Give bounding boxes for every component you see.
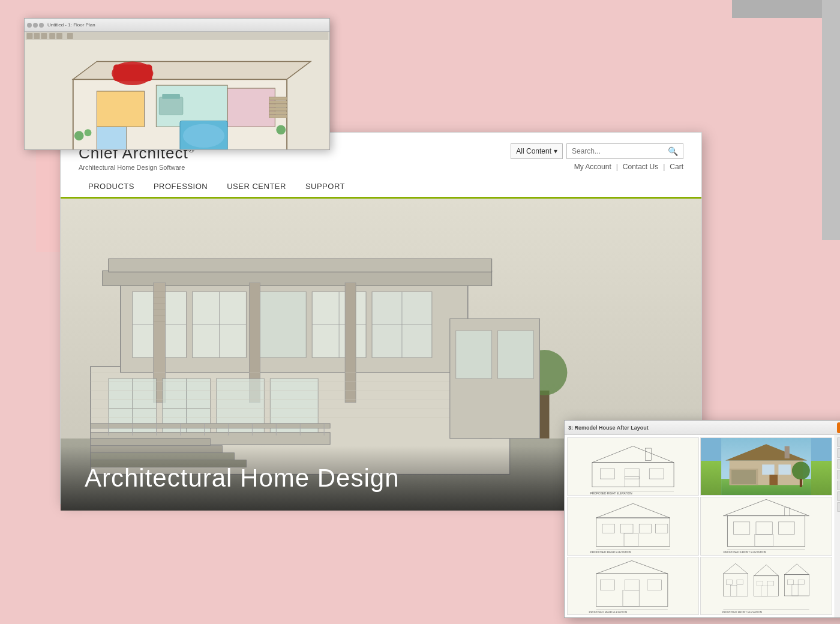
svg-rect-94 [456, 331, 492, 379]
header-right: All Content ▾ 🔍 My Account | Contact Us … [511, 143, 683, 171]
blueprint-cell-5: PROPOSED FRONT ELEVATION [700, 557, 832, 615]
bg-right-rect [822, 0, 840, 240]
blueprint-cell-4: PROPOSED REAR ELEVATION [567, 557, 699, 615]
search-row: All Content ▾ 🔍 [511, 143, 683, 159]
svg-rect-20 [269, 104, 287, 107]
toolbar-dot-1 [27, 23, 32, 28]
svg-rect-16 [159, 97, 183, 115]
dropdown-arrow-icon: ▾ [554, 147, 557, 155]
blueprint-cell-2: PROPOSED REAR ELEVATION [567, 497, 699, 555]
svg-rect-66 [91, 424, 330, 428]
blueprint-window: 3: Remodel House After Layout ▣ [564, 420, 840, 618]
search-input-wrap: 🔍 [566, 143, 683, 159]
svg-rect-3 [34, 33, 40, 39]
svg-text:PROPOSED FRONT ELEVATION: PROPOSED FRONT ELEVATION [724, 551, 767, 554]
svg-point-28 [276, 125, 286, 134]
svg-text:PROPOSED REAR ELEVATION: PROPOSED REAR ELEVATION [590, 551, 632, 554]
account-links: My Account | Contact Us | Cart [574, 163, 683, 171]
svg-rect-21 [269, 108, 287, 111]
svg-text:PROPOSED RIGHT ELEVATION: PROPOSED RIGHT ELEVATION [590, 492, 633, 495]
blueprint-app-icon: ▣ [837, 422, 840, 433]
svg-rect-114 [769, 475, 778, 485]
search-button[interactable]: 🔍 [668, 146, 678, 156]
svg-rect-95 [498, 331, 534, 379]
side-panel-item-5 [837, 481, 841, 490]
svg-text:PROPOSED FRONT ELEVATION: PROPOSED FRONT ELEVATION [722, 610, 762, 613]
svg-rect-22 [269, 112, 287, 115]
search-input[interactable] [572, 147, 668, 155]
floor-plan-svg [25, 32, 329, 149]
svg-point-116 [792, 461, 810, 479]
svg-rect-117 [800, 479, 802, 487]
svg-rect-113 [778, 464, 790, 475]
nav-products[interactable]: PRODUCTS [79, 176, 144, 197]
floor-plan-window-title: Untitled - 1: Floor Plan [47, 22, 95, 28]
nav-profession[interactable]: PROFESSION [144, 176, 217, 197]
svg-rect-23 [269, 115, 287, 118]
contact-us-link[interactable]: Contact Us [623, 163, 658, 171]
side-panel-item-1 [837, 437, 841, 447]
logo-subtitle: Architectural Home Design Software [79, 164, 195, 171]
svg-point-25 [183, 124, 224, 148]
blueprint-side-panel [835, 435, 840, 617]
svg-rect-2 [27, 33, 33, 39]
toolbar-dot-3 [39, 23, 44, 28]
blueprint-cell-3: PROPOSED FRONT ELEVATION [700, 497, 832, 555]
svg-rect-77 [91, 439, 211, 446]
search-dropdown-label: All Content [516, 147, 551, 155]
svg-rect-17 [162, 94, 180, 99]
search-dropdown[interactable]: All Content ▾ [511, 143, 563, 159]
sep-2: | [663, 163, 665, 171]
toolbar-dot-2 [33, 23, 38, 28]
svg-rect-50 [345, 283, 356, 403]
side-panel-item-2 [837, 448, 841, 458]
blueprint-toolbar: 3: Remodel House After Layout ▣ [565, 421, 840, 435]
svg-rect-115 [785, 446, 790, 458]
floor-plan-content [25, 32, 329, 149]
svg-text:PROPOSED REAR ELEVATION: PROPOSED REAR ELEVATION [589, 610, 627, 613]
svg-marker-9 [73, 61, 311, 79]
svg-rect-111 [731, 470, 756, 484]
blueprint-grid: PROPOSED RIGHT ELEVATION [565, 435, 835, 617]
blueprint-cell-photo [700, 437, 832, 496]
blueprint-window-title: 3: Remodel House After Layout [568, 425, 649, 431]
blueprint-cell-1: PROPOSED RIGHT ELEVATION [567, 437, 699, 496]
svg-rect-14 [97, 127, 126, 149]
svg-rect-5 [49, 33, 55, 39]
sep-1: | [616, 163, 618, 171]
nav-support[interactable]: SUPPORT [296, 176, 355, 197]
svg-rect-11 [113, 64, 152, 81]
floor-plan-toolbar: Untitled - 1: Floor Plan [25, 19, 329, 32]
svg-rect-34 [109, 259, 492, 272]
svg-rect-37 [252, 292, 306, 358]
side-panel-item-4 [837, 470, 841, 479]
nav-user-center[interactable]: USER CENTER [217, 176, 296, 197]
svg-rect-91 [540, 391, 550, 439]
svg-point-26 [74, 131, 84, 140]
svg-rect-18 [269, 97, 287, 100]
svg-rect-7 [67, 33, 73, 39]
site-nav: PRODUCTS PROFESSION USER CENTER SUPPORT [79, 176, 683, 197]
side-panel-item-3 [837, 459, 841, 469]
svg-rect-6 [56, 33, 62, 39]
blueprint-content: PROPOSED RIGHT ELEVATION [565, 435, 840, 617]
svg-rect-4 [41, 33, 47, 39]
side-panel-item-6 [837, 491, 841, 501]
my-account-link[interactable]: My Account [574, 163, 611, 171]
svg-rect-15 [227, 88, 275, 127]
side-panel-item-7 [837, 502, 841, 512]
svg-rect-19 [269, 101, 287, 104]
floor-plan-window: Untitled - 1: Floor Plan [24, 18, 330, 150]
svg-rect-96 [588, 438, 678, 495]
svg-rect-112 [762, 464, 774, 475]
svg-rect-12 [97, 91, 144, 127]
svg-point-27 [85, 129, 92, 136]
svg-rect-128 [721, 497, 811, 554]
house-photo [701, 438, 832, 495]
svg-rect-138 [588, 557, 678, 614]
cart-link[interactable]: Cart [670, 163, 683, 171]
